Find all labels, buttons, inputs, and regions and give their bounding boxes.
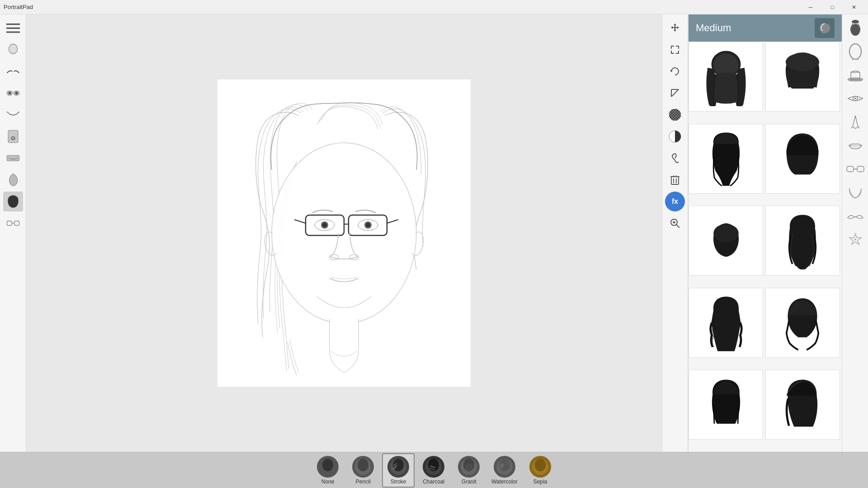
hair-option-9[interactable] bbox=[689, 370, 763, 440]
move-tool-button[interactable] bbox=[665, 18, 685, 38]
svg-point-32 bbox=[669, 109, 681, 121]
titlebar-left: PortraitPad bbox=[4, 4, 33, 10]
zoom-tool-button[interactable] bbox=[665, 213, 685, 233]
svg-line-45 bbox=[676, 225, 679, 228]
svg-point-67 bbox=[322, 459, 333, 471]
svg-rect-61 bbox=[847, 166, 854, 172]
maximize-button[interactable]: □ bbox=[822, 0, 843, 14]
panel-title: Medium bbox=[696, 22, 731, 34]
style-sepia-label: Sepia bbox=[533, 479, 547, 485]
sidebar-item-ears[interactable] bbox=[3, 170, 23, 190]
style-none-label: None bbox=[321, 479, 335, 485]
hair-option-7[interactable] bbox=[689, 288, 763, 358]
panel-header: Medium bbox=[689, 14, 842, 42]
svg-point-7 bbox=[15, 92, 18, 94]
far-right-lips-btn[interactable] bbox=[845, 136, 865, 155]
svg-point-5 bbox=[9, 92, 11, 94]
fx-tool-button[interactable]: fx bbox=[665, 192, 685, 211]
svg-point-82 bbox=[503, 464, 508, 469]
far-right-eye-btn[interactable] bbox=[845, 89, 865, 108]
far-right-mustache-btn[interactable] bbox=[845, 206, 865, 226]
delete-tool-button[interactable] bbox=[665, 170, 685, 190]
hair-option-8[interactable] bbox=[765, 288, 840, 358]
hair-option-3[interactable] bbox=[689, 124, 763, 194]
svg-point-54 bbox=[849, 44, 861, 59]
svg-point-25 bbox=[366, 223, 370, 227]
sidebar-item-head[interactable] bbox=[3, 40, 23, 60]
effects-tool-button[interactable] bbox=[665, 148, 685, 168]
portrait-drawing bbox=[217, 80, 471, 387]
svg-point-52 bbox=[713, 224, 739, 243]
style-option-stroke[interactable]: Stroke bbox=[382, 453, 415, 488]
sidebar-item-chin[interactable] bbox=[3, 105, 23, 125]
far-right-beard-btn[interactable] bbox=[845, 183, 865, 202]
hair-grid bbox=[689, 42, 842, 452]
svg-point-50 bbox=[786, 53, 819, 71]
style-option-granit[interactable]: Granit bbox=[453, 454, 485, 487]
svg-point-53 bbox=[852, 20, 859, 23]
svg-point-9 bbox=[11, 137, 14, 140]
svg-rect-0 bbox=[6, 23, 20, 25]
svg-point-65 bbox=[854, 239, 856, 240]
sidebar-item-hair[interactable] bbox=[3, 192, 23, 211]
main-layout: fx Medium bbox=[0, 14, 868, 452]
sidebar-item-mouth[interactable] bbox=[3, 148, 23, 168]
svg-point-84 bbox=[535, 459, 546, 471]
slant-tool-button[interactable] bbox=[665, 83, 685, 103]
far-right-hair-btn[interactable] bbox=[845, 18, 865, 38]
svg-point-69 bbox=[358, 459, 368, 471]
svg-rect-1 bbox=[6, 28, 20, 29]
left-sidebar bbox=[0, 14, 26, 452]
far-right-accessories-btn[interactable] bbox=[845, 230, 865, 249]
right-panel: Medium bbox=[688, 14, 842, 452]
sidebar-item-glasses[interactable] bbox=[3, 213, 23, 233]
right-toolbar: fx bbox=[662, 14, 688, 452]
hair-option-2[interactable] bbox=[765, 42, 840, 112]
svg-rect-2 bbox=[6, 32, 20, 33]
svg-point-3 bbox=[9, 44, 17, 54]
sidebar-item-menu[interactable] bbox=[3, 18, 23, 38]
hair-option-1[interactable] bbox=[689, 42, 763, 112]
svg-rect-62 bbox=[857, 166, 864, 172]
style-option-charcoal[interactable]: Charcoal bbox=[417, 454, 450, 487]
close-button[interactable]: ✕ bbox=[844, 0, 864, 14]
app-title: PortraitPad bbox=[4, 4, 33, 10]
expand-tool-button[interactable] bbox=[665, 40, 685, 60]
style-option-none[interactable]: None bbox=[311, 454, 344, 487]
titlebar-controls: ─ □ ✕ bbox=[800, 0, 864, 14]
style-watercolor-label: Watercolor bbox=[491, 479, 518, 485]
hair-option-4[interactable] bbox=[765, 124, 840, 194]
svg-rect-38 bbox=[671, 177, 679, 184]
style-pencil-label: Pencil bbox=[356, 479, 371, 485]
style-option-pencil[interactable]: Pencil bbox=[347, 454, 379, 487]
style-charcoal-label: Charcoal bbox=[423, 479, 444, 485]
svg-point-22 bbox=[322, 223, 327, 227]
contrast-tool-button[interactable] bbox=[665, 127, 685, 146]
svg-point-60 bbox=[854, 98, 856, 99]
svg-rect-51 bbox=[787, 150, 819, 155]
far-right-face-btn[interactable] bbox=[845, 42, 865, 61]
svg-rect-76 bbox=[465, 464, 472, 470]
sidebar-item-nose[interactable] bbox=[3, 127, 23, 146]
style-granit-label: Granit bbox=[462, 479, 476, 485]
bottom-toolbar: None Pencil Stroke bbox=[0, 452, 868, 488]
svg-rect-11 bbox=[7, 221, 12, 225]
far-right-nose-btn[interactable] bbox=[845, 112, 865, 132]
canvas-area bbox=[26, 14, 662, 452]
minimize-button[interactable]: ─ bbox=[800, 0, 821, 14]
panel-header-icon[interactable] bbox=[815, 18, 835, 38]
sidebar-item-eyes[interactable] bbox=[3, 83, 23, 103]
hair-option-6[interactable] bbox=[765, 206, 840, 276]
far-right-glasses-btn[interactable] bbox=[845, 159, 865, 179]
hair-option-5[interactable] bbox=[689, 206, 763, 276]
far-right-panel bbox=[842, 14, 868, 452]
style-stroke-label: Stroke bbox=[391, 479, 406, 485]
portrait-canvas bbox=[217, 80, 471, 387]
style-option-sepia[interactable]: Sepia bbox=[524, 454, 557, 487]
far-right-hat-btn[interactable] bbox=[845, 65, 865, 85]
style-option-watercolor[interactable]: Watercolor bbox=[488, 454, 521, 487]
pattern-tool-button[interactable] bbox=[665, 105, 685, 125]
hair-option-10[interactable] bbox=[765, 370, 840, 440]
sidebar-item-brows[interactable] bbox=[3, 61, 23, 81]
rotate-tool-button[interactable] bbox=[665, 61, 685, 81]
